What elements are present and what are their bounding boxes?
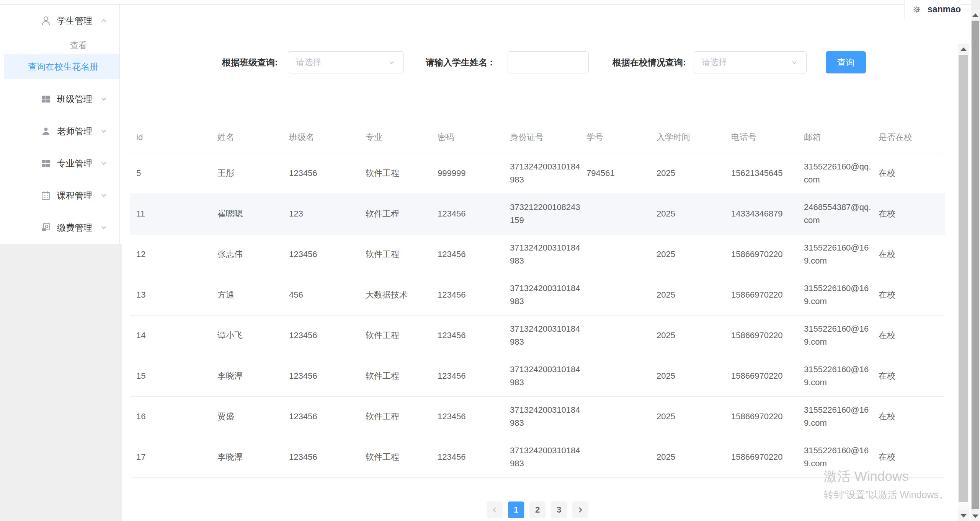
table-cell	[580, 396, 650, 437]
scrollbar-thumb[interactable]	[972, 21, 979, 509]
table-cell: 371324200310184983	[504, 275, 580, 315]
sidebar-item-teacher-mgmt[interactable]: 老师管理	[4, 115, 119, 147]
table-cell: 371324200310184983	[504, 437, 580, 477]
chevron-down-icon	[100, 127, 108, 135]
table-cell: 371324200310184983	[504, 315, 580, 356]
class-filter-select[interactable]: 请选择	[288, 51, 404, 73]
table-cell: 12	[130, 234, 211, 275]
table-cell: 371324200310184983	[504, 153, 580, 194]
table-cell: 软件工程	[359, 194, 431, 234]
gear-icon	[913, 5, 921, 15]
sidebar-item-course-mgmt[interactable]: 课程管理	[4, 179, 119, 212]
table-cell: 14334346879	[725, 194, 798, 234]
inner-scrollbar[interactable]	[958, 44, 969, 521]
col-header: id	[130, 122, 211, 153]
top-divider	[0, 4, 980, 5]
table-cell: 谭小飞	[211, 315, 283, 356]
table-cell: 15	[130, 356, 211, 396]
table-cell: 123456	[431, 396, 504, 437]
window-scrollbar[interactable]	[971, 0, 980, 521]
table-cell: 123456	[431, 437, 504, 477]
scroll-up-button[interactable]	[971, 10, 980, 20]
table-cell: 软件工程	[359, 356, 431, 396]
col-header: 是否在校	[872, 122, 945, 153]
table-row: 5王彤123456软件工程999999371324200310184983794…	[130, 153, 945, 194]
table-cell: 15866970220	[725, 356, 798, 396]
sidebar-item-label: 班级管理	[57, 93, 92, 105]
table-cell	[580, 275, 650, 315]
sidebar-group-view[interactable]: 查看	[4, 37, 119, 54]
sidebar-item-student-mgmt[interactable]: 学生管理	[4, 5, 119, 37]
table-cell: 123456	[283, 437, 359, 477]
page-button-2[interactable]: 2	[529, 501, 546, 518]
table-cell: 3155226160@169.com	[798, 437, 872, 477]
table-cell: 15621345645	[725, 153, 798, 194]
table-cell: 794561	[580, 153, 650, 194]
table-cell: 123456	[431, 356, 504, 396]
table-cell: 371324200310184983	[504, 234, 580, 275]
table-header-row: id 姓名 班级名 专业 密码 身份证号 学号 入学时间 电话号 邮箱 是否在校	[130, 122, 945, 153]
sidebar-item-label: 老师管理	[57, 125, 92, 137]
table-cell: 在校	[872, 396, 945, 437]
table-cell: 软件工程	[359, 153, 431, 194]
course-calendar-icon	[41, 190, 51, 200]
prev-page-button[interactable]	[487, 501, 503, 518]
scroll-up-button[interactable]	[958, 44, 969, 54]
sidebar-active-label: 查询在校生花名册	[28, 61, 98, 73]
scrollbar-thumb[interactable]	[959, 55, 968, 502]
table-cell: 123456	[283, 356, 359, 396]
page-button-1[interactable]: 1	[508, 501, 524, 518]
table-cell: 15866970220	[725, 275, 798, 315]
chevron-down-icon	[100, 223, 108, 232]
sidebar-item-class-mgmt[interactable]: 班级管理	[4, 83, 119, 115]
table-row: 12张志伟123456软件工程1234563713242003101849832…	[130, 234, 945, 275]
sidebar-item-payment-mgmt[interactable]: 缴费管理	[4, 212, 119, 244]
chevron-down-icon	[790, 58, 799, 67]
table-cell: 软件工程	[359, 437, 431, 477]
table-cell: 15866970220	[725, 234, 798, 275]
chevron-down-icon	[100, 159, 108, 168]
student-name-input[interactable]	[508, 51, 589, 73]
status-filter-select[interactable]: 请选择	[694, 51, 807, 73]
sidebar-item-major-mgmt[interactable]: 专业管理	[4, 147, 119, 179]
table-cell: 在校	[872, 194, 945, 234]
sidebar: 学生管理 查看 查询在校生花名册 班级管理 老师管理 专业管理 课程管理	[4, 5, 120, 244]
col-header: 电话号	[725, 122, 798, 153]
col-header: 学号	[580, 122, 650, 153]
col-header: 身份证号	[504, 122, 580, 153]
student-table: id 姓名 班级名 专业 密码 身份证号 学号 入学时间 电话号 邮箱 是否在校…	[130, 122, 945, 478]
sidebar-background	[0, 244, 122, 521]
table-cell	[580, 356, 650, 396]
search-button[interactable]: 查询	[826, 51, 866, 73]
pagination: 1 2 3	[130, 501, 945, 518]
table-cell: 2468554387@qq.com	[798, 194, 872, 234]
scroll-down-button[interactable]	[958, 510, 969, 521]
table-cell: 123456	[431, 194, 504, 234]
chevron-right-icon	[576, 506, 585, 514]
next-page-button[interactable]	[572, 501, 588, 518]
table-cell	[580, 315, 650, 356]
sidebar-item-label: 专业管理	[57, 158, 92, 169]
watermark-subtitle: 转到“设置”以激活 Windows。	[824, 488, 948, 501]
sidebar-item-label: 缴费管理	[57, 222, 92, 234]
triangle-down-icon	[972, 514, 978, 518]
triangle-up-icon	[972, 13, 978, 17]
table-cell: 2025	[650, 315, 725, 356]
page-button-3[interactable]: 3	[551, 501, 567, 518]
scroll-down-button[interactable]	[971, 511, 980, 521]
chevron-down-icon	[100, 95, 108, 103]
user-menu[interactable]: sanmao	[904, 0, 961, 19]
table-cell: 方通	[211, 275, 283, 315]
table-cell: 贾盛	[211, 396, 283, 437]
table-cell: 123456	[283, 315, 359, 356]
table-cell: 373212200108243159	[504, 194, 580, 234]
table-cell: 3155226160@169.com	[798, 275, 872, 315]
sidebar-item-roster-query[interactable]: 查询在校生花名册	[4, 54, 119, 79]
table-cell: 456	[283, 275, 359, 315]
table-cell: 软件工程	[359, 234, 431, 275]
table-cell: 李晓潭	[211, 356, 283, 396]
table-cell: 123456	[431, 275, 504, 315]
table-cell: 123456	[431, 315, 504, 356]
teacher-icon	[41, 126, 51, 136]
table-cell: 371324200310184983	[504, 356, 580, 396]
